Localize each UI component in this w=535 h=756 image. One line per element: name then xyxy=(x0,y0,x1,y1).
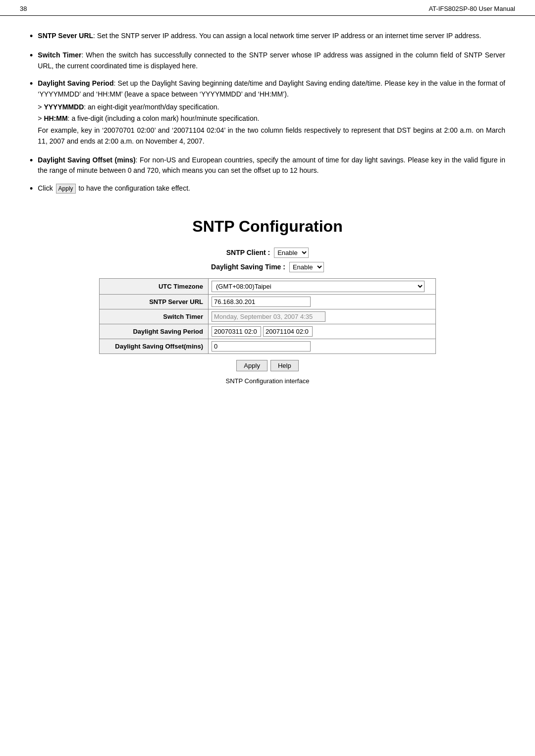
caption-text: SNTP Configuration interface xyxy=(226,377,310,385)
bullet-dot: • xyxy=(30,182,33,196)
bullet-dot: • xyxy=(30,30,33,43)
apply-button[interactable]: Apply xyxy=(236,360,268,371)
bullet-dot: • xyxy=(30,49,33,62)
list-item: • Switch Timer: When the switch has succ… xyxy=(30,50,505,71)
daylight-saving-row: Daylight Saving Time : Enable Disable xyxy=(211,262,324,272)
daylight-period-cell xyxy=(212,326,432,337)
switch-timer-input xyxy=(212,311,325,322)
bold-label: Daylight Saving Offset (mins) xyxy=(38,156,135,164)
daylight-period-start-input[interactable] xyxy=(212,326,261,337)
bullet-dot: • xyxy=(30,154,33,167)
list-item: • Daylight Saving Period: Set up the Day… xyxy=(30,78,505,148)
table-row: SNTP Server URL xyxy=(100,294,436,309)
table-row: UTC Timezone (GMT+08:00)Taipei xyxy=(100,278,436,294)
bold-label: SNTP Sever URL xyxy=(38,32,93,40)
timezone-select[interactable]: (GMT+08:00)Taipei xyxy=(212,281,425,292)
daylight-saving-period-value xyxy=(209,324,436,339)
page-header: 38 AT-IFS802SP-80 User Manual xyxy=(0,0,535,16)
daylight-saving-select[interactable]: Enable Disable xyxy=(289,262,324,272)
list-item: • Click Apply to have the configuration … xyxy=(30,183,505,196)
help-button[interactable]: Help xyxy=(270,360,299,371)
bold-label: Daylight Saving Period xyxy=(38,79,113,87)
sntp-buttons: Apply Help xyxy=(236,360,298,371)
table-row: Daylight Saving Offset(mins) xyxy=(100,339,436,353)
table-row: Daylight Saving Period xyxy=(100,324,436,339)
sntp-client-select[interactable]: Enable Disable xyxy=(274,248,309,258)
content-area: • SNTP Sever URL: Set the SNTP server IP… xyxy=(0,16,535,404)
section-title: SNTP Configuration xyxy=(192,217,342,236)
sntp-server-url-label: SNTP Server URL xyxy=(100,294,209,309)
table-row: Switch Timer xyxy=(100,309,436,324)
page-number: 38 xyxy=(20,5,27,12)
utc-timezone-label: UTC Timezone xyxy=(100,278,209,294)
list-item: • SNTP Sever URL: Set the SNTP server IP… xyxy=(30,31,505,43)
utc-timezone-value: (GMT+08:00)Taipei xyxy=(209,278,436,294)
list-item: • Daylight Saving Offset (mins): For non… xyxy=(30,155,505,176)
sntp-config-table: UTC Timezone (GMT+08:00)Taipei SNTP Serv… xyxy=(99,278,436,354)
daylight-offset-label: Daylight Saving Offset(mins) xyxy=(100,339,209,353)
bullet-dot: • xyxy=(30,77,33,91)
sntp-client-label: SNTP Client : xyxy=(226,249,270,256)
switch-timer-value xyxy=(209,309,436,324)
daylight-period-end-input[interactable] xyxy=(263,326,313,337)
bullet-text: Click Apply to have the configuration ta… xyxy=(38,183,505,194)
sntp-client-row: SNTP Client : Enable Disable xyxy=(226,248,309,258)
sub-indent: > YYYYMMDD: an eight-digit year/month/da… xyxy=(38,102,505,147)
sntp-server-url-input[interactable] xyxy=(212,297,311,307)
daylight-offset-value xyxy=(209,339,436,353)
daylight-saving-period-label: Daylight Saving Period xyxy=(100,324,209,339)
daylight-saving-label: Daylight Saving Time : xyxy=(211,263,285,271)
bold-label: Switch Timer xyxy=(38,51,81,59)
switch-timer-label: Switch Timer xyxy=(100,309,209,324)
bullet-text: SNTP Sever URL: Set the SNTP server IP a… xyxy=(38,31,505,42)
manual-title: AT-IFS802SP-80 User Manual xyxy=(428,5,515,12)
bullet-text: Daylight Saving Period: Set up the Dayli… xyxy=(38,78,505,148)
bullet-text: Daylight Saving Offset (mins): For non-U… xyxy=(38,155,505,176)
sntp-server-url-value xyxy=(209,294,436,309)
apply-inline-button: Apply xyxy=(56,184,76,194)
bullet-text: Switch Timer: When the switch has succes… xyxy=(38,50,505,71)
bullet-list: • SNTP Sever URL: Set the SNTP server IP… xyxy=(30,31,505,196)
sntp-config-section: SNTP Configuration SNTP Client : Enable … xyxy=(99,202,436,385)
daylight-offset-input[interactable] xyxy=(212,341,311,352)
